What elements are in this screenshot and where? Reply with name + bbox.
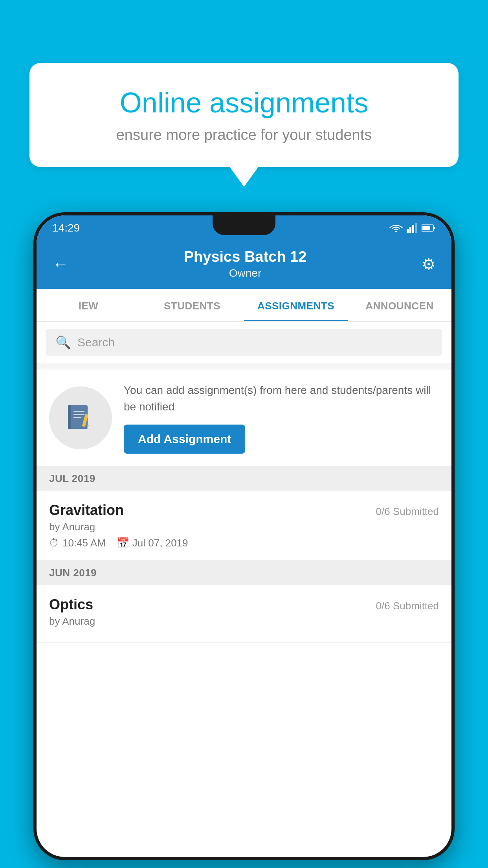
status-time: 14:29 [52,222,80,234]
header-title: Physics Batch 12 [184,248,307,265]
tabs-bar: IEW STUDENTS ASSIGNMENTS ANNOUNCEN [37,289,451,322]
svg-rect-2 [409,227,411,233]
search-icon: 🔍 [55,335,71,350]
phone-frame: 14:29 [33,212,455,860]
tab-announcements[interactable]: ANNOUNCEN [348,289,451,321]
section-header-jul: JUL 2019 [37,466,451,491]
phone-screen: 14:29 [37,215,451,857]
svg-rect-4 [415,223,417,233]
add-assignment-button[interactable]: Add Assignment [124,425,245,454]
speech-bubble-subtitle: ensure more practice for your students [61,127,427,143]
assignment-date-gravitation: Jul 07, 2019 [132,537,188,549]
tab-iew[interactable]: IEW [37,289,140,321]
svg-rect-12 [73,417,81,418]
svg-rect-1 [407,229,409,233]
svg-rect-11 [73,414,84,415]
svg-rect-9 [68,405,71,429]
speech-bubble-title: Online assignments [61,86,427,119]
settings-icon[interactable]: ⚙ [422,255,436,273]
assignment-author-gravitation: by Anurag [49,521,439,533]
assignment-name-optics: Optics [49,596,93,613]
tab-students[interactable]: STUDENTS [140,289,244,321]
svg-rect-10 [73,411,84,412]
info-card: You can add assignment(s) from here and … [37,370,451,466]
assignment-row1: Gravitation 0/6 Submitted [49,502,439,519]
assignment-item-gravitation[interactable]: Gravitation 0/6 Submitted by Anurag ⏱ 10… [37,491,451,561]
section-header-jun: JUN 2019 [37,561,451,585]
assignment-time-gravitation: 10:45 AM [62,537,106,549]
calendar-icon: 📅 [117,537,129,549]
assignment-submitted-optics: 0/6 Submitted [376,600,439,612]
battery-icon [422,223,436,233]
wifi-icon [389,223,403,233]
info-description: You can add assignment(s) from here and … [124,382,439,415]
status-icons [389,223,436,233]
phone-notch [213,215,275,235]
svg-point-0 [395,231,397,232]
search-bar[interactable]: 🔍 Search [46,329,442,356]
meta-time-gravitation: ⏱ 10:45 AM [49,537,106,549]
assignment-icon-circle [49,386,112,449]
signal-icon [407,223,418,233]
notebook-icon [65,402,96,434]
tab-assignments[interactable]: ASSIGNMENTS [244,289,348,321]
assignment-submitted-gravitation: 0/6 Submitted [376,506,439,518]
back-button[interactable]: ← [52,255,69,274]
assignment-author-optics: by Anurag [49,615,439,627]
app-header: ← Physics Batch 12 Owner ⚙ [37,241,451,289]
meta-date-gravitation: 📅 Jul 07, 2019 [117,537,188,549]
assignment-name-gravitation: Gravitation [49,502,124,519]
assignment-meta-gravitation: ⏱ 10:45 AM 📅 Jul 07, 2019 [49,537,439,549]
svg-rect-6 [433,227,435,229]
speech-bubble-wrapper: Online assignments ensure more practice … [29,63,459,167]
header-center: Physics Batch 12 Owner [184,248,307,280]
svg-rect-3 [412,225,414,233]
svg-rect-7 [422,226,430,230]
assignment-row1-optics: Optics 0/6 Submitted [49,596,439,613]
header-subtitle: Owner [184,267,307,280]
content-area: 🔍 Search [37,322,451,643]
search-placeholder: Search [77,336,115,349]
assignment-item-optics[interactable]: Optics 0/6 Submitted by Anurag [37,585,451,643]
clock-icon: ⏱ [49,537,59,549]
speech-bubble: Online assignments ensure more practice … [29,63,459,167]
info-text-area: You can add assignment(s) from here and … [124,382,439,454]
search-container: 🔍 Search [37,322,451,363]
